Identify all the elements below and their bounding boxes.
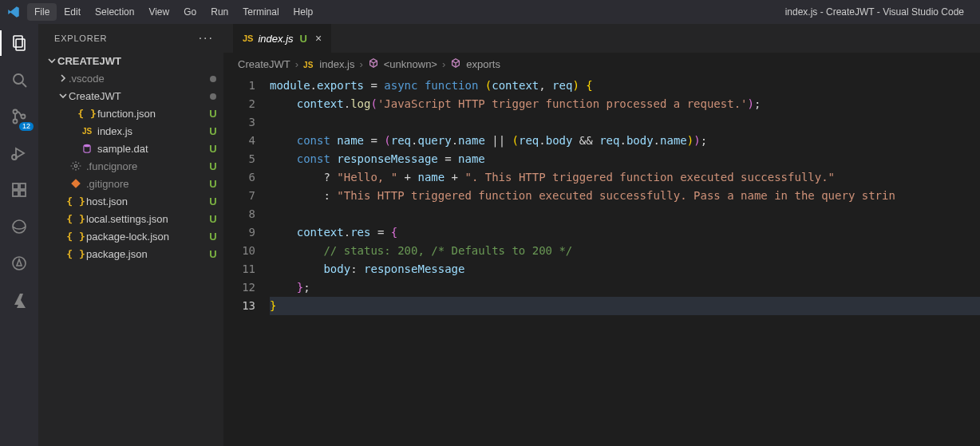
git-status: U	[206, 160, 220, 172]
tree-item-label: package-lock.json	[86, 231, 206, 243]
svg-rect-10	[13, 191, 18, 196]
svg-point-2	[14, 74, 23, 84]
code-line[interactable]	[270, 113, 980, 132]
code-line[interactable]: const name = (req.query.name || (req.bod…	[270, 132, 980, 150]
tree-file[interactable]: { }function.jsonU	[64, 105, 220, 122]
code-line[interactable]: body: responseMessage	[270, 260, 980, 278]
chevron-right-icon: ›	[295, 58, 298, 70]
svg-point-13	[13, 220, 26, 233]
tree-item-label: package.json	[86, 248, 206, 260]
tree-folder[interactable]: .vscode	[53, 69, 220, 87]
breadcrumb-icon	[450, 57, 461, 71]
tree-file[interactable]: .gitignoreU	[53, 175, 220, 192]
js-file-icon: JS	[243, 34, 253, 43]
js-icon: JS	[80, 127, 94, 136]
chevron-right-icon	[57, 73, 69, 83]
tree-item-label: CreateJWT	[69, 90, 206, 102]
git-status: U	[206, 213, 220, 225]
line-gutter: 12345678910111213	[223, 75, 270, 446]
svg-point-16	[84, 144, 90, 148]
title-bar: FileEditSelectionViewGoRunTerminalHelp i…	[0, 0, 980, 24]
code-line[interactable]: // status: 200, /* Defaults to 200 */	[270, 242, 980, 260]
code-line[interactable]: };	[270, 278, 980, 297]
tree-file[interactable]: { }package.jsonU	[53, 245, 220, 262]
status-dot	[206, 73, 220, 85]
menu-run[interactable]: Run	[204, 3, 235, 21]
tree-item-label: function.json	[97, 108, 206, 120]
editor-group: JS index.js U × CreateJWT›JSindex.js›<un…	[223, 24, 980, 446]
code-line[interactable]	[270, 205, 980, 223]
breadcrumb-item[interactable]: exports	[466, 58, 500, 70]
svg-point-6	[22, 115, 26, 119]
tab-modified-flag: U	[298, 33, 309, 45]
tab-label: index.js	[258, 33, 293, 45]
tree-file[interactable]: JSindex.jsU	[64, 122, 220, 140]
svg-rect-11	[20, 191, 26, 196]
git-icon	[69, 178, 83, 189]
code-line[interactable]: context.log('JavaScript HTTP trigger fun…	[270, 95, 980, 113]
git-status: U	[206, 143, 220, 155]
tree-file[interactable]: { }local.settings.jsonU	[53, 210, 220, 227]
code-line[interactable]: }	[270, 297, 980, 315]
code-line[interactable]: ? "Hello, " + name + ". This HTTP trigge…	[270, 168, 980, 187]
activity-compass-icon[interactable]	[8, 252, 30, 274]
tree-item-label: .funcignore	[86, 160, 206, 172]
menu-edit[interactable]: Edit	[57, 3, 88, 21]
breadcrumbs[interactable]: CreateJWT›JSindex.js›<unknown>›exports	[223, 53, 980, 75]
code-line[interactable]: const responseMessage = name	[270, 150, 980, 168]
menu-file[interactable]: File	[27, 3, 57, 21]
code-lines[interactable]: module.exports = async function (context…	[270, 75, 980, 446]
chevron-down-icon	[46, 56, 57, 65]
activity-run-debug-icon[interactable]	[8, 142, 30, 164]
window-title: index.js - CreateJWT - Visual Studio Cod…	[320, 6, 974, 18]
menu-terminal[interactable]: Terminal	[235, 3, 286, 21]
braces-icon: { }	[69, 213, 83, 225]
braces-icon: { }	[69, 248, 83, 260]
explorer-more-icon[interactable]: ···	[199, 31, 214, 45]
activity-search-icon[interactable]	[8, 69, 30, 91]
code-editor[interactable]: 12345678910111213 module.exports = async…	[223, 75, 980, 446]
activity-extensions-icon[interactable]	[8, 179, 30, 201]
braces-icon: { }	[80, 108, 94, 120]
tree-file[interactable]: sample.datU	[64, 140, 220, 157]
menu-go[interactable]: Go	[176, 3, 204, 21]
svg-rect-0	[14, 36, 22, 47]
chevron-right-icon: ›	[442, 58, 445, 70]
activity-source-control-icon[interactable]: 12	[8, 105, 30, 128]
tree-root[interactable]: CREATEJWT	[41, 52, 220, 69]
tree-item-label: sample.dat	[97, 143, 206, 155]
breadcrumb-item[interactable]: index.js	[319, 58, 354, 70]
code-line[interactable]: : "This HTTP triggered function executed…	[270, 187, 980, 205]
menu-view[interactable]: View	[141, 3, 176, 21]
git-status: U	[206, 248, 220, 260]
svg-marker-15	[17, 259, 22, 266]
file-tree: CREATEJWT.vscodeCreateJWT{ }function.jso…	[38, 52, 223, 262]
svg-point-17	[74, 164, 77, 168]
tree-file[interactable]: { }package-lock.jsonU	[53, 227, 220, 245]
menu-selection[interactable]: Selection	[88, 3, 141, 21]
code-line[interactable]: context.res = {	[270, 223, 980, 242]
tree-file[interactable]: { }host.jsonU	[53, 192, 220, 210]
tab-index-js[interactable]: JS index.js U ×	[233, 24, 332, 53]
git-status: U	[206, 178, 220, 190]
tree-folder[interactable]: CreateJWT	[53, 87, 220, 105]
chevron-right-icon: ›	[359, 58, 362, 70]
tree-item-label: .vscode	[69, 73, 206, 85]
activity-explorer-icon[interactable]	[8, 32, 30, 54]
status-dot	[206, 90, 220, 102]
gear-icon	[69, 160, 83, 172]
explorer-title: EXPLORER	[54, 34, 107, 43]
tree-file[interactable]: .funcignoreU	[53, 157, 220, 175]
tab-close-icon[interactable]: ×	[314, 32, 323, 45]
code-line[interactable]: module.exports = async function (context…	[270, 77, 980, 95]
activity-bar: 12	[0, 24, 38, 446]
activity-azure-cloud-icon[interactable]	[8, 215, 30, 238]
activity-azure-icon[interactable]	[8, 289, 30, 311]
breadcrumb-item[interactable]: CreateJWT	[238, 58, 290, 70]
scm-badge: 12	[19, 122, 34, 131]
breadcrumb-item[interactable]: <unknown>	[384, 58, 437, 70]
menu-help[interactable]: Help	[286, 3, 321, 21]
git-status: U	[206, 195, 220, 207]
tree-item-label: local.settings.json	[86, 213, 206, 225]
explorer-sidebar: EXPLORER ··· CREATEJWT.vscodeCreateJWT{ …	[38, 24, 223, 446]
